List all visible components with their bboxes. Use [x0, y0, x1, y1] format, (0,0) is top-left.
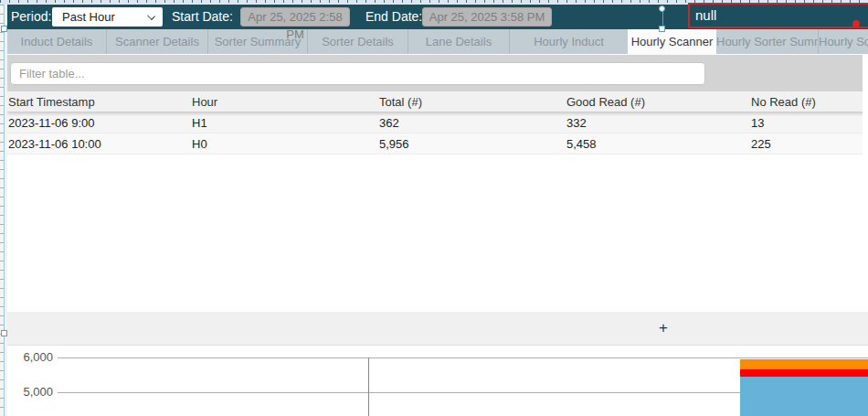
blue-segment [740, 377, 868, 416]
tab-hourly-sorter[interactable]: Hourly Sort [819, 29, 868, 54]
start-date-input[interactable]: Apr 25, 2025 2:58 PM [240, 7, 350, 27]
overlay-red-dot [852, 20, 860, 27]
cell-total: 362 [379, 112, 399, 133]
category-divider-line [368, 357, 369, 416]
tab-bar: Induct Details Scanner Details Sorter Su… [7, 29, 868, 54]
cell-start-timestamp: 2023-11-06 9:00 [8, 112, 94, 133]
cell-start-timestamp: 2023-11-06 10:00 [8, 133, 101, 155]
app-window: Period: Past Hour Start Date: Apr 25, 20… [0, 0, 868, 416]
cell-total: 5,956 [379, 133, 409, 155]
column-header-total[interactable]: Total (#) [379, 91, 422, 112]
y-axis-tick: 6,000 [7, 351, 53, 364]
add-button[interactable]: + [655, 320, 672, 336]
end-date-input[interactable]: Apr 25, 2025 3:58 PM [422, 7, 552, 27]
tab-lane-details[interactable]: Lane Details [408, 29, 510, 54]
column-header-good-read[interactable]: Good Read (#) [566, 91, 645, 112]
filter-table-input[interactable] [10, 62, 705, 85]
period-dropdown[interactable]: Past Hour [52, 7, 163, 27]
table-row[interactable]: 2023-11-06 9:00 H1 362 332 13 [7, 112, 868, 133]
table-row[interactable]: 2023-11-06 10:00 H0 5,956 5,458 225 [7, 133, 868, 155]
selection-handle-square[interactable] [1, 330, 7, 336]
end-date-label: End Date: [365, 5, 422, 29]
column-header-hour[interactable]: Hour [192, 91, 217, 112]
cell-no-read: 13 [751, 112, 764, 133]
tab-hourly-sorter-summary[interactable]: Hourly Sorter Summar [716, 29, 819, 54]
scrollbar-gutter [863, 55, 868, 312]
start-date-label: Start Date: [172, 5, 233, 29]
panel-footer: + [7, 312, 868, 346]
cell-hour: H0 [192, 133, 207, 155]
period-dropdown-value: Past Hour [62, 10, 115, 24]
tab-hourly-induct[interactable]: Hourly Induct [510, 29, 628, 54]
orange-segment [740, 360, 868, 369]
selection-handle-square[interactable] [1, 26, 7, 32]
cell-hour: H1 [192, 112, 207, 133]
selection-handle-square[interactable] [659, 26, 665, 32]
tab-scanner-details[interactable]: Scanner Details [107, 29, 208, 54]
y-axis-tick: 5,000 [7, 386, 53, 399]
tab-sorter-details[interactable]: Sorter Details [308, 29, 408, 54]
hourly-scanner-chart: 6,000 5,000 [7, 346, 868, 416]
cell-no-read: 225 [751, 133, 771, 155]
left-guide-line [4, 5, 5, 416]
stacked-bar[interactable] [740, 346, 868, 416]
cell-good-read: 332 [566, 112, 587, 133]
column-header-no-read[interactable]: No Read (#) [751, 91, 816, 112]
cell-good-read: 5,458 [566, 133, 597, 155]
overlay-null-box: null [688, 3, 868, 28]
filter-bar [7, 54, 868, 91]
table-header: Start Timestamp Hour Total (#) Good Read… [7, 91, 868, 112]
period-label: Period: [11, 5, 51, 29]
column-header-start-timestamp[interactable]: Start Timestamp [8, 91, 95, 112]
red-segment [740, 369, 868, 378]
selection-handle-circle[interactable] [659, 5, 665, 12]
tab-induct-details[interactable]: Induct Details [7, 29, 107, 54]
tab-hourly-scanner[interactable]: Hourly Scanner [628, 29, 716, 54]
chevron-down-icon [147, 12, 155, 20]
